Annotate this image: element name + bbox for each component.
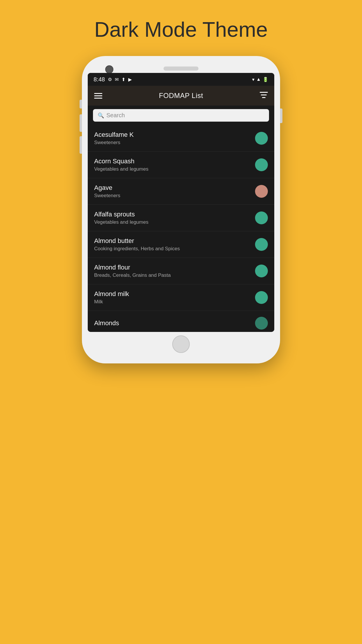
filter-icon[interactable]	[260, 91, 268, 100]
search-placeholder: Search	[106, 112, 125, 119]
battery-icon: 🔋	[263, 77, 268, 82]
list-item[interactable]: Acorn Squash Vegetables and legumes	[88, 152, 274, 178]
item-name: Almond butter	[94, 237, 180, 245]
list-item[interactable]: Alfalfa sprouts Vegetables and legumes	[88, 205, 274, 231]
phone-bottom-bar	[88, 332, 274, 358]
play-icon: ▶	[128, 77, 132, 82]
item-category: Milk	[94, 299, 129, 305]
side-button-left-2	[80, 114, 82, 132]
item-category: Vegetables and legumes	[94, 166, 148, 172]
list-item-content: Almonds	[94, 319, 119, 327]
food-list: Acesulfame K Sweeteners Acorn Squash Veg…	[88, 125, 274, 332]
list-item-content: Alfalfa sprouts Vegetables and legumes	[94, 211, 148, 225]
list-item[interactable]: Acesulfame K Sweeteners	[88, 125, 274, 152]
side-button-right	[280, 108, 282, 123]
search-icon: 🔍	[98, 112, 104, 119]
list-item[interactable]: Almond milk Milk	[88, 284, 274, 311]
status-right-icons: ▾ ▲ 🔋	[252, 77, 268, 82]
list-item-content: Acesulfame K Sweeteners	[94, 131, 134, 146]
list-item-content: Almond butter Cooking ingredients, Herbs…	[94, 237, 180, 252]
item-category: Sweeteners	[94, 140, 134, 146]
status-time: 8:48	[94, 76, 105, 83]
navigation-icon: ⬆	[122, 77, 125, 82]
status-dot	[255, 211, 268, 224]
item-name: Acorn Squash	[94, 158, 148, 165]
list-item-content: Almond milk Milk	[94, 290, 129, 305]
item-category: Cooking ingredients, Herbs and Spices	[94, 246, 180, 252]
phone-screen: 8:48 ⚙ ✉ ⬆ ▶ ▾ ▲ 🔋 FODMAP List	[88, 73, 274, 332]
item-name: Acesulfame K	[94, 131, 134, 139]
status-dot	[255, 265, 268, 277]
item-name: Almond milk	[94, 290, 129, 298]
signal-icon: ▲	[256, 77, 261, 82]
app-bar: FODMAP List	[88, 86, 274, 106]
status-dot	[255, 158, 268, 171]
status-dot	[255, 238, 268, 251]
list-item-content: Acorn Squash Vegetables and legumes	[94, 158, 148, 172]
app-bar-title: FODMAP List	[159, 92, 203, 100]
phone-shell: 8:48 ⚙ ✉ ⬆ ▶ ▾ ▲ 🔋 FODMAP List	[82, 56, 280, 363]
search-bar[interactable]: 🔍 Search	[93, 109, 269, 122]
list-item[interactable]: Agave Sweeteners	[88, 178, 274, 205]
status-dot	[255, 185, 268, 198]
page-title: Dark Mode Theme	[94, 18, 268, 41]
status-dot	[255, 291, 268, 304]
item-category: Breads, Cereals, Grains and Pasta	[94, 272, 171, 278]
item-category: Vegetables and legumes	[94, 219, 148, 225]
list-item[interactable]: Almonds	[88, 311, 274, 332]
list-item[interactable]: Almond butter Cooking ingredients, Herbs…	[88, 231, 274, 258]
item-name: Agave	[94, 184, 120, 192]
wifi-icon: ▾	[252, 77, 254, 82]
list-item[interactable]: Almond flour Breads, Cereals, Grains and…	[88, 258, 274, 284]
side-button-left-1	[80, 100, 82, 108]
home-button[interactable]	[172, 335, 190, 353]
status-dot	[255, 317, 268, 330]
list-item-content: Almond flour Breads, Cereals, Grains and…	[94, 264, 171, 278]
side-button-left-3	[80, 136, 82, 154]
item-category: Sweeteners	[94, 193, 120, 199]
item-name: Alfalfa sprouts	[94, 211, 148, 218]
hamburger-menu-button[interactable]	[94, 93, 102, 99]
speaker	[164, 66, 198, 71]
svg-rect-2	[262, 97, 266, 98]
status-dot	[255, 132, 268, 145]
camera	[105, 65, 113, 74]
list-item-content: Agave Sweeteners	[94, 184, 120, 199]
phone-top-bar	[88, 62, 274, 73]
svg-rect-1	[261, 94, 267, 95]
svg-rect-0	[260, 92, 268, 93]
gear-icon: ⚙	[108, 77, 112, 82]
gmail-icon: ✉	[115, 77, 119, 82]
search-container: 🔍 Search	[88, 106, 274, 125]
item-name: Almonds	[94, 319, 119, 327]
item-name: Almond flour	[94, 264, 171, 271]
status-bar: 8:48 ⚙ ✉ ⬆ ▶ ▾ ▲ 🔋	[88, 73, 274, 86]
